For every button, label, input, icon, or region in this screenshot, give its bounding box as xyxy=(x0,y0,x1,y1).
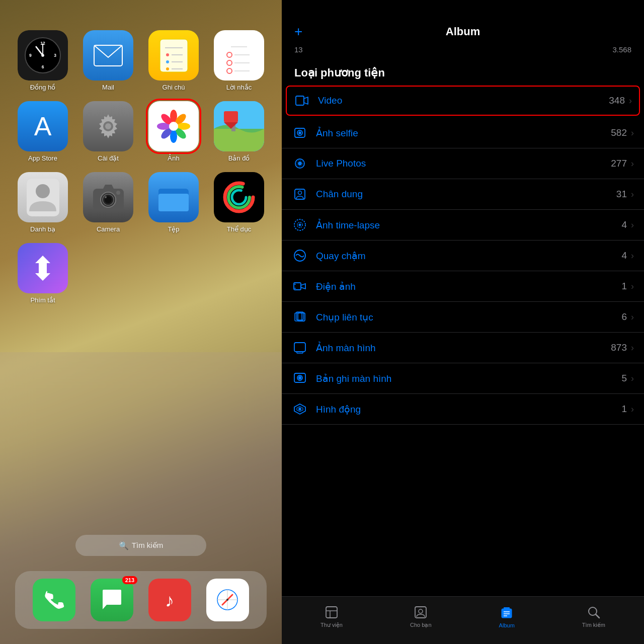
album-item-burst[interactable]: Chụp liên tục 6 › xyxy=(282,302,644,333)
tab-foryou[interactable]: Cho bạn xyxy=(410,605,431,628)
app-grid: 12 3 6 9 Đồng hồ xyxy=(15,30,267,304)
svg-rect-74 xyxy=(294,283,301,290)
app-settings[interactable]: Cài đặt xyxy=(80,101,136,162)
app-fitness[interactable]: Thể dục xyxy=(211,172,267,233)
svg-point-66 xyxy=(298,162,301,165)
album-item-video[interactable]: Video 348 › xyxy=(286,86,640,116)
app-appstore[interactable]: A App Store xyxy=(15,101,70,162)
album-cinematic-name: Điện ảnh xyxy=(316,281,621,292)
svg-rect-8 xyxy=(160,39,188,72)
svg-rect-51 xyxy=(158,194,189,211)
home-screen: 12 3 6 9 Đồng hồ xyxy=(0,0,282,644)
app-shortcuts[interactable]: Phím tắt xyxy=(15,243,70,304)
dock-music[interactable]: ♪ xyxy=(148,579,191,621)
chevron-icon: › xyxy=(631,158,634,169)
album-header: + Album xyxy=(282,0,644,43)
search-bar-text: Tìm kiếm xyxy=(132,541,163,550)
album-item-screenshot[interactable]: Ảnh màn hình 873 › xyxy=(282,333,644,363)
svg-text:A: A xyxy=(34,112,51,141)
svg-rect-80 xyxy=(294,343,305,352)
chevron-icon: › xyxy=(631,128,634,138)
dock-messages[interactable]: 213 xyxy=(91,579,133,621)
burst-icon xyxy=(292,309,308,325)
album-portrait-count: 31 xyxy=(616,189,627,200)
app-notes[interactable]: Ghi chú xyxy=(146,30,201,91)
svg-rect-40 xyxy=(224,111,238,122)
album-selfie-name: Ảnh selfie xyxy=(316,127,611,139)
tab-library[interactable]: Thư viện xyxy=(320,605,343,628)
album-screenrecord-name: Bản ghi màn hình xyxy=(316,373,621,384)
tab-search[interactable]: Tìm kiếm xyxy=(582,605,605,628)
app-camera[interactable]: Camera xyxy=(80,172,136,233)
album-video-count: 348 xyxy=(609,95,625,106)
svg-rect-92 xyxy=(502,609,512,618)
media-type-section-title: Loại phương tiện xyxy=(282,61,644,84)
chevron-icon: › xyxy=(631,312,634,323)
album-livephotos-name: Live Photos xyxy=(316,158,611,169)
dock-phone[interactable] xyxy=(33,579,75,621)
dock-safari[interactable] xyxy=(206,579,249,621)
svg-point-64 xyxy=(299,132,301,134)
chevron-icon: › xyxy=(631,373,634,384)
album-video-name: Video xyxy=(318,95,609,106)
app-reminders-label: Lời nhắc xyxy=(226,84,252,91)
album-item-portrait[interactable]: Chân dung 31 › xyxy=(282,179,644,210)
svg-point-6 xyxy=(41,54,44,57)
album-item-screenrecord[interactable]: Bản ghi màn hình 5 › xyxy=(282,363,644,394)
tab-album-label: Album xyxy=(499,622,515,628)
album-animated-name: Hình động xyxy=(316,404,621,415)
album-item-animated[interactable]: Hình động 1 › xyxy=(282,394,644,425)
album-selfie-count: 582 xyxy=(611,127,627,138)
chevron-icon: › xyxy=(629,96,632,106)
svg-line-99 xyxy=(596,614,599,618)
album-burst-count: 6 xyxy=(621,311,627,323)
svg-line-4 xyxy=(36,47,43,55)
timelapse-icon xyxy=(292,217,308,233)
album-item-timelapse[interactable]: Ảnh time-lapse 4 › xyxy=(282,210,644,240)
app-mail[interactable]: Mail xyxy=(80,30,136,91)
screenshot-icon xyxy=(292,340,308,356)
album-subtitle: 13 3.568 xyxy=(282,43,644,61)
chevron-icon: › xyxy=(631,220,634,230)
svg-point-43 xyxy=(36,184,50,198)
tab-library-label: Thư viện xyxy=(320,622,343,628)
screenrecord-icon xyxy=(292,370,308,386)
album-livephotos-count: 277 xyxy=(611,158,627,169)
video-icon xyxy=(294,93,310,109)
search-tab-icon xyxy=(586,605,601,620)
tab-bar: Thư viện Cho bạn xyxy=(282,596,644,644)
app-photos[interactable]: Ảnh xyxy=(146,101,201,162)
app-files[interactable]: Tệp xyxy=(146,172,201,233)
app-settings-label: Cài đặt xyxy=(98,154,119,162)
album-item-livephotos[interactable]: Live Photos 277 › xyxy=(282,148,644,179)
tab-search-label: Tìm kiếm xyxy=(582,622,605,628)
svg-rect-38 xyxy=(214,129,264,151)
album-item-cinematic[interactable]: Điện ảnh 1 › xyxy=(282,271,644,302)
svg-point-54 xyxy=(232,190,246,204)
tab-foryou-label: Cho bạn xyxy=(410,622,431,628)
library-tab-icon xyxy=(324,605,339,620)
svg-point-72 xyxy=(299,224,301,226)
app-contacts[interactable]: Danh bạ xyxy=(15,172,70,233)
search-bar[interactable]: 🔍 Tìm kiếm xyxy=(75,535,206,556)
svg-point-48 xyxy=(105,196,107,198)
foryou-tab-icon xyxy=(413,605,428,620)
portrait-icon xyxy=(292,186,308,202)
tab-album[interactable]: Album xyxy=(499,605,515,628)
svg-rect-87 xyxy=(326,607,337,618)
add-album-button[interactable]: + xyxy=(294,24,302,40)
svg-point-27 xyxy=(105,123,111,129)
app-clock-label: Đồng hồ xyxy=(30,84,56,91)
app-photos-label: Ảnh xyxy=(168,154,179,162)
chevron-icon: › xyxy=(631,251,634,261)
album-slowmo-count: 4 xyxy=(621,250,627,261)
svg-point-36 xyxy=(169,122,178,131)
app-reminders[interactable]: Lời nhắc xyxy=(211,30,267,91)
album-item-selfie[interactable]: Ảnh selfie 582 › xyxy=(282,118,644,148)
album-item-slowmo[interactable]: Quay chậm 4 › xyxy=(282,240,644,271)
app-maps[interactable]: Bản đồ xyxy=(211,101,267,162)
dock: 213 ♪ xyxy=(15,571,267,629)
slowmo-icon xyxy=(292,248,308,264)
app-clock[interactable]: 12 3 6 9 Đồng hồ xyxy=(15,30,70,91)
svg-point-10 xyxy=(166,53,169,56)
